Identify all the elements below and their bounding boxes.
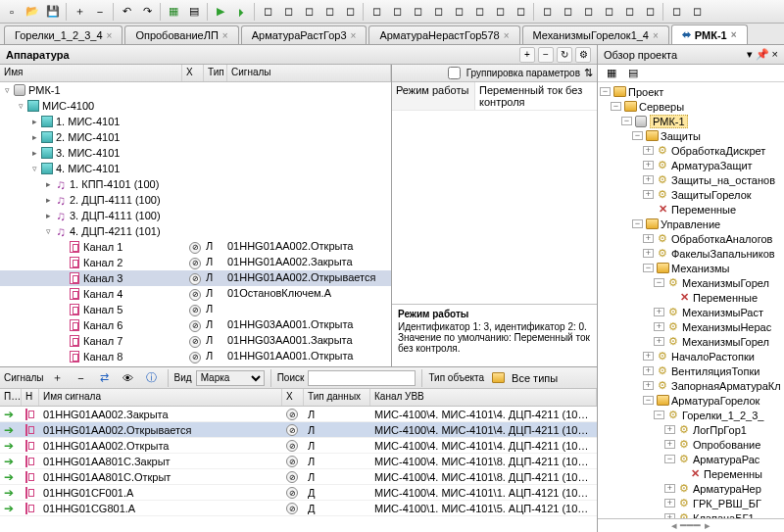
tree-row[interactable]: ▸3. МИС-4101 bbox=[0, 145, 391, 161]
expand-icon[interactable]: − bbox=[632, 219, 643, 228]
expand-icon[interactable]: + bbox=[654, 308, 664, 316]
col-name[interactable]: Имя bbox=[0, 65, 182, 81]
text-icon[interactable]: ▤ bbox=[184, 2, 204, 22]
tab[interactable]: АрматураРастГор3× bbox=[241, 25, 368, 44]
property-row[interactable]: Режим работыПеременный ток без контроля bbox=[392, 82, 597, 111]
expand-icon[interactable]: + bbox=[664, 499, 675, 508]
tree-row[interactable]: ▸♫1. КПП-4101 (100) bbox=[0, 176, 391, 192]
tree-row[interactable]: ▸1. МИС-4101 bbox=[0, 114, 391, 129]
prop-value[interactable]: Переменный ток без контроля bbox=[475, 82, 597, 110]
view-select[interactable]: Марка bbox=[196, 370, 265, 386]
tree-row[interactable]: Канал 4⊘Л01ОстановКлючем.А bbox=[0, 286, 391, 302]
project-tree-row[interactable]: +⚙ГРК_РВШ_БГ bbox=[600, 496, 782, 510]
tree-row[interactable]: Канал 6⊘Л01HHG03AA001.Открыта bbox=[0, 317, 391, 333]
expand-icon[interactable]: − bbox=[664, 455, 675, 463]
project-tree[interactable]: −Проект−Серверы−РМК-1−Защиты+⚙ОбработкаД… bbox=[598, 82, 784, 518]
tree-row[interactable]: ▸♫2. ДЦП-4111 (100) bbox=[0, 192, 391, 208]
expand-icon[interactable]: − bbox=[600, 87, 611, 96]
tree-row[interactable]: ▸2. МИС-4101 bbox=[0, 129, 391, 145]
new-icon[interactable]: ▫ bbox=[2, 2, 22, 22]
prop-sort-icon[interactable]: ⇅ bbox=[584, 67, 593, 79]
tab[interactable]: МеханизмыГорелок1_4× bbox=[522, 25, 669, 44]
expand-icon[interactable]: ▸ bbox=[29, 132, 40, 142]
tree-row[interactable]: Канал 5⊘Л bbox=[0, 302, 391, 317]
s2-icon[interactable]: ◻ bbox=[558, 2, 577, 22]
apparatus-btn[interactable]: + bbox=[519, 47, 535, 63]
project-tree-row[interactable]: +⚙МеханизмыНерас bbox=[600, 319, 782, 334]
play-all-icon[interactable]: ⏵ bbox=[231, 2, 251, 22]
project-tree-row[interactable]: +⚙ФакелыЗапальников bbox=[600, 246, 782, 261]
tab-close-icon[interactable]: × bbox=[731, 29, 737, 40]
expand-icon[interactable]: ▿ bbox=[16, 101, 26, 111]
project-tree-row[interactable]: −⚙МеханизмыГорел bbox=[600, 275, 782, 290]
tree-row[interactable]: Канал 9⊘Л01HHG01AA001.Закрыта bbox=[0, 364, 391, 366]
apparatus-btn[interactable]: − bbox=[538, 47, 554, 63]
project-tree-row[interactable]: −⚙АрматураРас bbox=[600, 452, 782, 466]
tab[interactable]: ОпробованиеЛП× bbox=[124, 25, 238, 44]
expand-icon[interactable]: ▸ bbox=[29, 117, 40, 126]
apparatus-btn[interactable]: ↻ bbox=[557, 47, 572, 63]
cfg1-icon[interactable]: ◻ bbox=[258, 2, 277, 22]
signals-table[interactable]: ➔01HHG01AA002.Закрыта⊘ЛМИС-4100\4. МИС-4… bbox=[0, 407, 597, 532]
expand-icon[interactable]: + bbox=[643, 161, 654, 169]
expand-icon[interactable]: − bbox=[611, 102, 621, 111]
tab-close-icon[interactable]: × bbox=[351, 30, 357, 41]
project-tree-row[interactable]: +⚙МеханизмыГорел bbox=[600, 334, 782, 349]
h-scrollbar[interactable]: ◂ ━━━ ▸ bbox=[598, 518, 784, 532]
overview-menu-icon[interactable]: ▾ bbox=[747, 48, 753, 61]
col-signals[interactable]: Сигналы bbox=[227, 65, 391, 81]
expand-icon[interactable]: − bbox=[654, 411, 664, 419]
tree-row[interactable]: ▿♫4. ДЦП-4211 (101) bbox=[0, 223, 391, 239]
project-tree-row[interactable]: −РМК-1 bbox=[600, 114, 782, 128]
sig-add-icon[interactable]: ＋ bbox=[48, 368, 68, 388]
expand-icon[interactable]: ▿ bbox=[2, 85, 13, 95]
tree-row[interactable]: Канал 2⊘Л01HHG01AA002.Закрыта bbox=[0, 255, 391, 270]
project-tree-row[interactable]: ✕Переменны bbox=[600, 466, 782, 481]
s6-icon[interactable]: ◻ bbox=[640, 2, 660, 22]
s5-icon[interactable]: ◻ bbox=[619, 2, 639, 22]
t4-icon[interactable]: ◻ bbox=[428, 2, 448, 22]
project-tree-row[interactable]: −Проект bbox=[600, 84, 782, 99]
property-grid[interactable]: Режим работыПеременный ток без контроля bbox=[392, 82, 597, 304]
expand-icon[interactable]: − bbox=[643, 264, 654, 272]
tree-row[interactable]: ▿4. МИС-4101 bbox=[0, 161, 391, 176]
expand-icon[interactable]: ▸ bbox=[29, 148, 40, 158]
signal-row[interactable]: ➔01HHG01AA002.Открыта⊘ЛМИС-4100\4. МИС-4… bbox=[0, 438, 597, 454]
expand-icon[interactable]: + bbox=[643, 175, 654, 184]
tree-row[interactable]: Канал 1⊘Л01HHG01AA002.Открыта bbox=[0, 239, 391, 255]
remove-icon[interactable]: − bbox=[90, 2, 110, 22]
h1-icon[interactable]: ◻ bbox=[666, 2, 686, 22]
expand-icon[interactable]: + bbox=[643, 190, 654, 199]
s4-icon[interactable]: ◻ bbox=[599, 2, 618, 22]
s3-icon[interactable]: ◻ bbox=[578, 2, 598, 22]
cfg3-icon[interactable]: ◻ bbox=[299, 2, 318, 22]
cfg4-icon[interactable]: ◻ bbox=[319, 2, 339, 22]
project-tree-row[interactable]: +⚙ЗащитыГорелок bbox=[600, 187, 782, 202]
project-tree-row[interactable]: −Механизмы bbox=[600, 261, 782, 275]
project-tree-row[interactable]: +⚙Опробование bbox=[600, 437, 782, 452]
project-tree-row[interactable]: −АрматураГорелок bbox=[600, 393, 782, 408]
expand-icon[interactable]: + bbox=[664, 425, 675, 434]
signal-row[interactable]: ➔01HHG01AA801C.Открыт⊘ЛМИС-4100\4. МИС-4… bbox=[0, 469, 597, 485]
expand-icon[interactable]: ▸ bbox=[43, 211, 54, 220]
type-folder-icon[interactable] bbox=[488, 368, 508, 388]
project-tree-row[interactable]: +⚙ЛогПрГор1 bbox=[600, 422, 782, 437]
tree-row[interactable]: ▿МИС-4100 bbox=[0, 98, 391, 114]
search-input[interactable] bbox=[308, 370, 416, 386]
cfg5-icon[interactable]: ◻ bbox=[340, 2, 360, 22]
tab-close-icon[interactable]: × bbox=[504, 30, 510, 41]
project-tree-row[interactable]: +⚙ЗапорнаяАрматураКл bbox=[600, 378, 782, 393]
t1-icon[interactable]: ◻ bbox=[367, 2, 386, 22]
project-tree-row[interactable]: −Защиты bbox=[600, 128, 782, 143]
expand-icon[interactable]: + bbox=[654, 322, 664, 331]
signal-row[interactable]: ➔01HHG01AA002.Открывается⊘ЛМИС-4100\4. М… bbox=[0, 422, 597, 438]
expand-icon[interactable]: + bbox=[664, 484, 675, 493]
signal-row[interactable]: ➔01HHG01AA002.Закрыта⊘ЛМИС-4100\4. МИС-4… bbox=[0, 407, 597, 422]
cfg2-icon[interactable]: ◻ bbox=[278, 2, 298, 22]
tab[interactable]: ⬌РМК-1× bbox=[671, 24, 748, 45]
tree-row[interactable]: ▸♫3. ДЦП-4111 (100) bbox=[0, 208, 391, 223]
undo-icon[interactable]: ↶ bbox=[117, 2, 136, 22]
project-tree-row[interactable]: ✕Переменные bbox=[600, 202, 782, 217]
expand-icon[interactable]: ▿ bbox=[29, 164, 40, 173]
col-x[interactable]: X bbox=[182, 65, 204, 81]
